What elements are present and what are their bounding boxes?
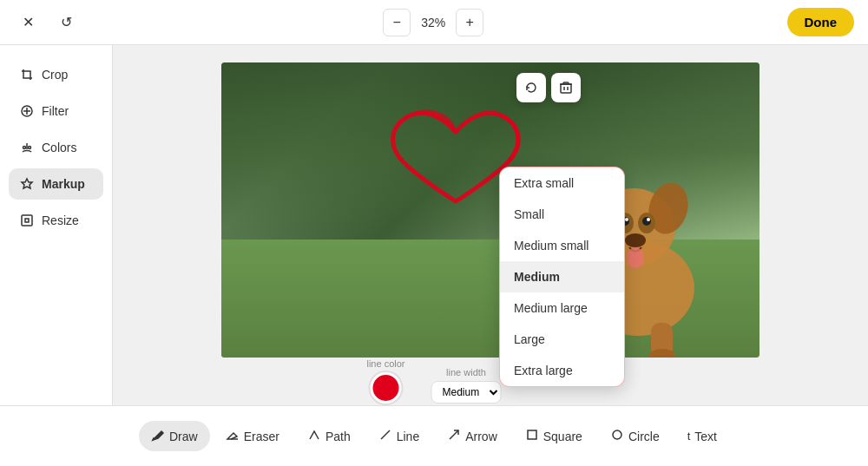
svg-point-16 <box>627 247 644 268</box>
sidebar-item-filter[interactable]: Filter <box>9 95 103 127</box>
arrow-label: Arrow <box>465 430 497 443</box>
color-picker[interactable] <box>371 372 402 404</box>
tool-square[interactable]: Square <box>513 421 595 451</box>
bottom-toolbar: line color line width Medium Small Large… <box>0 405 868 466</box>
svg-rect-27 <box>528 430 536 439</box>
header: ✕ ↺ − 32% + Done <box>0 0 868 45</box>
crop-icon <box>19 68 35 82</box>
svg-point-2 <box>29 147 31 149</box>
svg-line-25 <box>381 430 390 439</box>
delete-button[interactable] <box>551 73 581 102</box>
eraser-label: Eraser <box>244 430 279 443</box>
svg-point-1 <box>23 147 26 149</box>
colors-icon <box>19 141 35 154</box>
zoom-out-button[interactable]: − <box>383 9 411 36</box>
size-option-large[interactable]: Large <box>500 324 624 355</box>
done-button[interactable]: Done <box>787 8 855 36</box>
circle-label: Circle <box>628 430 660 443</box>
draw-label: Draw <box>169 430 198 443</box>
svg-point-14 <box>647 218 650 221</box>
filter-icon <box>19 104 35 118</box>
size-option-extra-large[interactable]: Extra large <box>500 355 624 386</box>
main-area: Crop Filter Colors <box>0 45 868 405</box>
circle-icon <box>610 428 624 444</box>
sidebar: Crop Filter Colors <box>0 45 113 405</box>
image-container: Extra small Small Medium small Medium Me… <box>221 62 760 358</box>
zoom-in-button[interactable]: + <box>456 9 483 36</box>
sidebar-item-resize[interactable]: Resize <box>9 205 103 236</box>
tool-text[interactable]: t Text <box>675 423 729 450</box>
canvas-area[interactable]: Extra small Small Medium small Medium Me… <box>113 45 868 405</box>
tool-circle[interactable]: Circle <box>598 421 672 451</box>
floating-toolbar <box>516 73 581 102</box>
svg-point-28 <box>613 430 621 439</box>
rotate-button[interactable] <box>516 73 546 102</box>
size-option-medium[interactable]: Medium <box>500 261 624 292</box>
zoom-controls: − 32% + <box>383 9 483 36</box>
close-button[interactable]: ✕ <box>14 9 42 36</box>
sidebar-item-colors[interactable]: Colors <box>9 132 103 163</box>
path-icon <box>307 428 321 444</box>
sidebar-item-crop[interactable]: Crop <box>9 59 103 90</box>
resize-icon <box>19 213 35 227</box>
size-option-small[interactable]: Small <box>500 199 624 230</box>
svg-line-26 <box>450 430 458 439</box>
square-label: Square <box>543 430 582 443</box>
size-option-medium-large[interactable]: Medium large <box>500 292 624 324</box>
tool-line[interactable]: Line <box>366 421 431 451</box>
text-label: Text <box>694 430 717 443</box>
width-select[interactable]: Medium Small Large <box>431 381 502 404</box>
tool-arrow[interactable]: Arrow <box>435 421 510 451</box>
line-icon <box>378 428 392 444</box>
tool-path[interactable]: Path <box>295 421 363 451</box>
header-left: ✕ ↺ <box>14 9 80 36</box>
sidebar-item-markup[interactable]: Markup <box>9 168 103 200</box>
arrow-icon <box>447 428 461 444</box>
eraser-icon <box>226 428 240 444</box>
size-option-extra-small[interactable]: Extra small <box>500 167 624 199</box>
header-right: Done <box>787 8 855 36</box>
size-option-medium-small[interactable]: Medium small <box>500 230 624 261</box>
tool-draw[interactable]: Draw <box>139 421 210 451</box>
history-button[interactable]: ↺ <box>52 9 80 36</box>
svg-point-15 <box>625 233 646 247</box>
svg-point-13 <box>625 218 628 221</box>
svg-marker-3 <box>22 179 32 188</box>
square-icon <box>525 428 539 444</box>
draw-icon <box>151 428 165 444</box>
svg-rect-21 <box>561 84 571 93</box>
toolbar-tools: Draw Eraser Path <box>0 421 868 451</box>
svg-point-12 <box>642 217 651 226</box>
line-label: Line <box>397 430 419 443</box>
zoom-value: 32% <box>418 16 449 30</box>
markup-icon <box>19 177 35 191</box>
text-icon: t <box>687 430 691 443</box>
svg-rect-4 <box>22 215 32 226</box>
tool-eraser[interactable]: Eraser <box>214 421 292 451</box>
path-label: Path <box>326 430 351 443</box>
size-dropdown: Extra small Small Medium small Medium Me… <box>499 167 625 387</box>
photo-background <box>221 62 760 358</box>
